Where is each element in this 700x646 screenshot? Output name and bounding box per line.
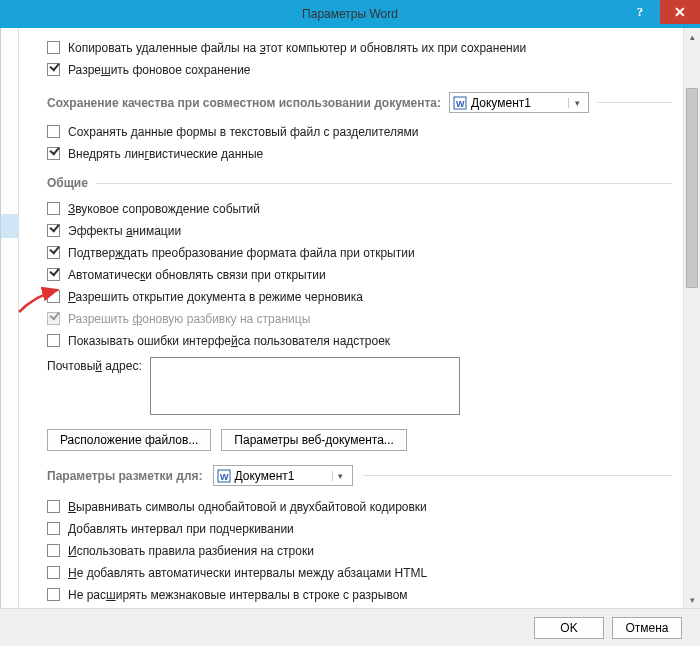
checkbox[interactable] [47, 147, 60, 160]
checkbox[interactable] [47, 588, 60, 601]
window-title: Параметры Word [302, 7, 398, 21]
section-general: Общие [47, 176, 672, 190]
file-locations-button[interactable]: Расположение файлов... [47, 429, 211, 451]
cancel-button[interactable]: Отмена [612, 617, 682, 639]
option-label: Подтверждать преобразование формата файл… [68, 246, 415, 260]
general-option-option: Разрешить фоновую разбивку на страницы [47, 308, 672, 329]
word-doc-icon: W [217, 469, 231, 483]
help-button[interactable]: ? [620, 0, 660, 24]
svg-text:W: W [220, 472, 229, 482]
checkbox [47, 312, 60, 325]
layout-document-select[interactable]: W Документ1 ▾ [213, 465, 353, 486]
option-label: Не расширять межзнаковые интервалы в стр… [68, 588, 408, 602]
option-label: Добавлять интервал при подчеркивании [68, 522, 294, 536]
checkbox[interactable] [47, 290, 60, 303]
layout-doc-selected: Документ1 [235, 469, 295, 483]
layout-option-option: Добавлять интервал при подчеркивании [47, 518, 672, 539]
option-label: Выравнивать символы однобайтовой и двухб… [68, 500, 427, 514]
general-option-option: Разрешить открытие документа в режиме че… [47, 286, 672, 307]
section-quality: Сохранение качества при совместном испол… [47, 92, 672, 113]
scroll-down-arrow-icon[interactable]: ▾ [684, 591, 700, 608]
options-content: Копировать удаленные файлы на этот компь… [19, 28, 700, 608]
checkbox[interactable] [47, 544, 60, 557]
checkbox[interactable] [47, 125, 60, 138]
option-label: Сохранять данные формы в текстовый файл … [68, 125, 418, 139]
quality-option-option: Сохранять данные формы в текстовый файл … [47, 121, 672, 142]
quality-doc-selected: Документ1 [471, 96, 531, 110]
layout-option-option: Не расширять межзнаковые интервалы в стр… [47, 584, 672, 605]
general-option-option: Показывать ошибки интерфейса пользовател… [47, 330, 672, 351]
chevron-down-icon: ▾ [332, 471, 349, 481]
save-option-option: Разрешить фоновое сохранение [47, 59, 672, 80]
general-option-option: Звуковое сопровождение событий [47, 198, 672, 219]
vertical-scrollbar[interactable]: ▴ ▾ [683, 28, 700, 608]
checkbox[interactable] [47, 224, 60, 237]
checkbox[interactable] [47, 41, 60, 54]
checkbox[interactable] [47, 268, 60, 281]
checkbox[interactable] [47, 334, 60, 347]
checkbox[interactable] [47, 246, 60, 259]
section-quality-title: Сохранение качества при совместном испол… [47, 96, 441, 110]
mail-address-input[interactable] [150, 357, 460, 415]
option-label: Разрешить фоновое сохранение [68, 63, 251, 77]
quality-document-select[interactable]: W Документ1 ▾ [449, 92, 589, 113]
dialog-footer: OK Отмена [0, 608, 700, 646]
option-label: Внедрять лингвистические данные [68, 147, 263, 161]
nav-sidebar-stub [1, 28, 19, 608]
option-label: Не добавлять автоматически интервалы меж… [68, 566, 427, 580]
titlebar-controls: ? ✕ [620, 0, 700, 28]
word-doc-icon: W [453, 96, 467, 110]
option-label: Показывать ошибки интерфейса пользовател… [68, 334, 390, 348]
general-option-option: Эффекты анимации [47, 220, 672, 241]
window-titlebar: Параметры Word ? ✕ [0, 0, 700, 28]
scroll-up-arrow-icon[interactable]: ▴ [684, 28, 700, 45]
layout-option-option: Использовать правила разбиения на строки [47, 540, 672, 561]
section-general-title: Общие [47, 176, 88, 190]
checkbox[interactable] [47, 202, 60, 215]
layout-label: Параметры разметки для: [47, 469, 203, 483]
scrollbar-thumb[interactable] [686, 88, 698, 288]
checkbox[interactable] [47, 63, 60, 76]
checkbox[interactable] [47, 522, 60, 535]
nav-selection-highlight [1, 214, 18, 238]
general-option-option: Подтверждать преобразование формата файл… [47, 242, 672, 263]
option-label: Разрешить открытие документа в режиме че… [68, 290, 363, 304]
option-label: Автоматически обновлять связи при открыт… [68, 268, 326, 282]
close-button[interactable]: ✕ [660, 0, 700, 24]
quality-option-option: Внедрять лингвистические данные [47, 143, 672, 164]
general-option-option: Автоматически обновлять связи при открыт… [47, 264, 672, 285]
svg-text:W: W [456, 99, 465, 109]
chevron-down-icon: ▾ [568, 98, 585, 108]
section-layout: Параметры разметки для: W Документ1 ▾ [47, 465, 672, 486]
option-label: Копировать удаленные файлы на этот компь… [68, 41, 526, 55]
ok-button[interactable]: OK [534, 617, 604, 639]
checkbox[interactable] [47, 500, 60, 513]
option-label: Использовать правила разбиения на строки [68, 544, 314, 558]
layout-option-option: Выравнивать символы однобайтовой и двухб… [47, 496, 672, 517]
layout-option-option: Не добавлять автоматически интервалы меж… [47, 562, 672, 583]
web-options-button[interactable]: Параметры веб-документа... [221, 429, 406, 451]
option-label: Разрешить фоновую разбивку на страницы [68, 312, 310, 326]
save-option-option: Копировать удаленные файлы на этот компь… [47, 37, 672, 58]
option-label: Эффекты анимации [68, 224, 181, 238]
checkbox[interactable] [47, 566, 60, 579]
option-label: Звуковое сопровождение событий [68, 202, 260, 216]
mail-address-label: Почтовый адрес: [47, 357, 142, 373]
